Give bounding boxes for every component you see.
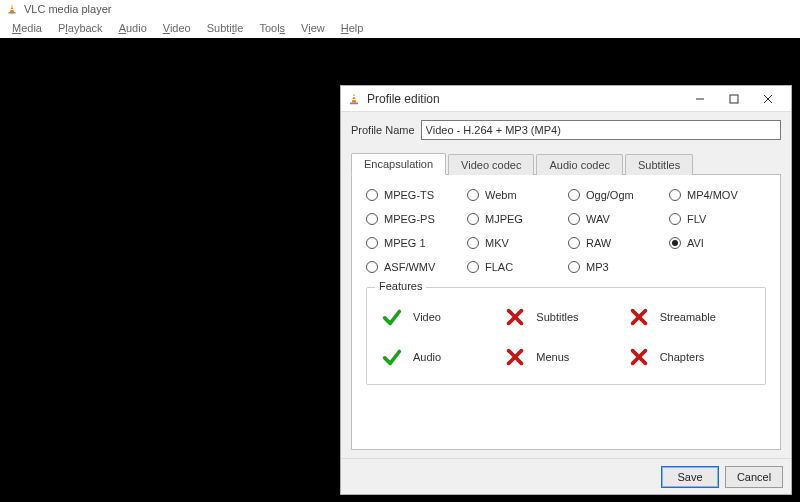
feature-chapters: Chapters (628, 346, 751, 368)
radio-webm[interactable]: Webm (467, 189, 564, 201)
radio-label: MKV (485, 237, 509, 249)
radio-indicator-icon (467, 189, 479, 201)
radio-raw[interactable]: RAW (568, 237, 665, 249)
svg-rect-5 (730, 95, 738, 103)
menu-playback[interactable]: Playback (50, 20, 111, 36)
radio-label: MJPEG (485, 213, 523, 225)
profile-name-label: Profile Name (351, 124, 415, 136)
save-button[interactable]: Save (661, 466, 719, 488)
minimize-icon (695, 94, 705, 104)
maximize-icon (729, 94, 739, 104)
radio-label: MPEG 1 (384, 237, 426, 249)
menu-help[interactable]: Help (333, 20, 372, 36)
feature-label: Streamable (660, 311, 716, 323)
cancel-button-label: Cancel (737, 471, 771, 483)
radio-indicator-icon (669, 189, 681, 201)
radio-indicator-icon (467, 237, 479, 249)
check-icon (381, 346, 403, 368)
feature-label: Menus (536, 351, 569, 363)
features-groupbox: Features VideoSubtitlesStreamableAudioMe… (366, 287, 766, 385)
profile-name-input[interactable] (421, 120, 781, 140)
radio-indicator-icon (366, 261, 378, 273)
feature-label: Video (413, 311, 441, 323)
tab-video-codec[interactable]: Video codec (448, 154, 534, 175)
radio-mkv[interactable]: MKV (467, 237, 564, 249)
radio-indicator-icon (467, 213, 479, 225)
menu-view[interactable]: View (293, 20, 333, 36)
dialog-title: Profile edition (367, 92, 683, 106)
close-icon (763, 94, 773, 104)
dialog-button-row: Save Cancel (341, 458, 791, 494)
feature-label: Subtitles (536, 311, 578, 323)
menu-tools[interactable]: Tools (251, 20, 293, 36)
feature-audio: Audio (381, 346, 504, 368)
cross-icon (504, 346, 526, 368)
check-icon (381, 306, 403, 328)
tab-encapsulation: MPEG-TSWebmOgg/OgmMP4/MOVMPEG-PSMJPEGWAV… (351, 174, 781, 450)
radio-indicator-icon (669, 237, 681, 249)
minimize-button[interactable] (683, 88, 717, 110)
dialog-titlebar[interactable]: Profile edition (341, 86, 791, 112)
radio-indicator-icon (568, 189, 580, 201)
tab-subtitles[interactable]: Subtitles (625, 154, 693, 175)
main-titlebar: VLC media player (0, 0, 800, 18)
radio-indicator-icon (568, 261, 580, 273)
radio-wav[interactable]: WAV (568, 213, 665, 225)
cross-icon (628, 306, 650, 328)
feature-streamable: Streamable (628, 306, 751, 328)
tabbar: EncapsulationVideo codecAudio codecSubti… (351, 150, 781, 174)
encapsulation-radio-grid: MPEG-TSWebmOgg/OgmMP4/MOVMPEG-PSMJPEGWAV… (366, 189, 766, 273)
feature-subtitles: Subtitles (504, 306, 627, 328)
features-legend: Features (375, 280, 426, 292)
menu-media[interactable]: Media (4, 20, 50, 36)
radio-indicator-icon (366, 213, 378, 225)
feature-label: Chapters (660, 351, 705, 363)
window-controls (683, 88, 785, 110)
cross-icon (628, 346, 650, 368)
radio-mp3[interactable]: MP3 (568, 261, 665, 273)
feature-menus: Menus (504, 346, 627, 368)
radio-mpeg-ts[interactable]: MPEG-TS (366, 189, 463, 201)
radio-label: FLAC (485, 261, 513, 273)
vlc-cone-icon (6, 3, 18, 15)
cancel-button[interactable]: Cancel (725, 466, 783, 488)
radio-label: MPEG-TS (384, 189, 434, 201)
radio-indicator-icon (366, 189, 378, 201)
main-title: VLC media player (24, 3, 111, 15)
radio-label: Ogg/Ogm (586, 189, 634, 201)
cross-icon (504, 306, 526, 328)
radio-avi[interactable]: AVI (669, 237, 766, 249)
radio-indicator-icon (568, 237, 580, 249)
dialog-body: Profile Name EncapsulationVideo codecAud… (341, 112, 791, 458)
feature-label: Audio (413, 351, 441, 363)
radio-asf-wmv[interactable]: ASF/WMV (366, 261, 463, 273)
radio-mpeg-ps[interactable]: MPEG-PS (366, 213, 463, 225)
menu-audio[interactable]: Audio (111, 20, 155, 36)
maximize-button[interactable] (717, 88, 751, 110)
vlc-cone-icon (347, 92, 361, 106)
radio-label: Webm (485, 189, 517, 201)
profile-name-row: Profile Name (351, 120, 781, 140)
tab-audio-codec[interactable]: Audio codec (536, 154, 623, 175)
radio-label: MP3 (586, 261, 609, 273)
features-grid: VideoSubtitlesStreamableAudioMenusChapte… (381, 306, 751, 368)
close-button[interactable] (751, 88, 785, 110)
radio-label: WAV (586, 213, 610, 225)
radio-mpeg-1[interactable]: MPEG 1 (366, 237, 463, 249)
radio-label: ASF/WMV (384, 261, 435, 273)
radio-indicator-icon (366, 237, 378, 249)
radio-indicator-icon (568, 213, 580, 225)
radio-flac[interactable]: FLAC (467, 261, 564, 273)
radio-label: MPEG-PS (384, 213, 435, 225)
vlc-main-window: VLC media player Media Playback Audio Vi… (0, 0, 800, 502)
menu-subtitle[interactable]: Subtitle (199, 20, 252, 36)
profile-edition-dialog: Profile edition Profile Name Encapsulati… (340, 85, 792, 495)
radio-ogg-ogm[interactable]: Ogg/Ogm (568, 189, 665, 201)
radio-indicator-icon (669, 213, 681, 225)
tab-encapsulation[interactable]: Encapsulation (351, 153, 446, 175)
radio-flv[interactable]: FLV (669, 213, 766, 225)
radio-mjpeg[interactable]: MJPEG (467, 213, 564, 225)
radio-mp4-mov[interactable]: MP4/MOV (669, 189, 766, 201)
menu-video[interactable]: Video (155, 20, 199, 36)
menubar: Media Playback Audio Video Subtitle Tool… (0, 18, 800, 38)
